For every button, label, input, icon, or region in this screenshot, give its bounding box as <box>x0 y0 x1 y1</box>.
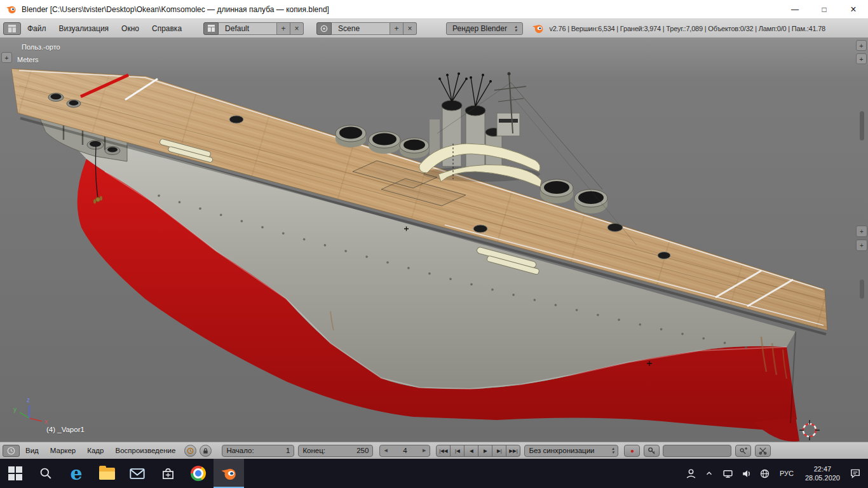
insert-keyframe-button[interactable] <box>735 445 751 457</box>
notification-icon <box>850 468 861 479</box>
jump-to-start-button[interactable]: |◀◀ <box>436 445 451 457</box>
keying-set-button[interactable] <box>644 445 660 457</box>
next-keyframe-button[interactable]: ▶| <box>492 445 506 457</box>
volume-icon[interactable] <box>738 459 754 488</box>
file-explorer-button[interactable] <box>92 459 122 488</box>
start-button[interactable] <box>0 459 31 488</box>
blender-taskbar-icon <box>220 465 237 482</box>
start-value: 1 <box>286 447 290 454</box>
store-app-button[interactable] <box>153 459 183 488</box>
viewport-scrollbar[interactable] <box>860 111 864 140</box>
date-label: 28.05.2020 <box>805 473 840 482</box>
mail-app-button[interactable] <box>122 459 153 488</box>
current-frame-field[interactable]: ◀ 4 ▶ <box>379 445 430 457</box>
ethernet-icon <box>722 468 733 479</box>
properties-expand-tab2[interactable]: + <box>856 53 867 64</box>
key-icon <box>648 447 656 455</box>
layout-delete-button[interactable]: × <box>290 22 304 35</box>
window-title: Blender [C:\Users\tvister\Desktop\Okean\… <box>22 5 780 14</box>
side-panel-button1[interactable]: + <box>856 226 867 237</box>
ship-model-render: x y z <box>0 38 855 442</box>
jump-to-end-button[interactable]: ▶▶| <box>506 445 520 457</box>
end-label: Конец: <box>302 447 325 454</box>
search-button[interactable] <box>31 459 61 488</box>
auto-keyframe-record-button[interactable]: ● <box>624 445 640 457</box>
lock-time-toggle[interactable] <box>200 445 212 457</box>
timeline-editor-type-dropdown[interactable] <box>3 445 20 457</box>
timeline-menu-frame[interactable]: Кадр <box>81 447 109 454</box>
menu-help[interactable]: Справка <box>146 24 188 33</box>
active-keying-set-field[interactable] <box>663 445 731 457</box>
svg-text:x: x <box>44 418 48 425</box>
svg-text:y: y <box>13 406 17 413</box>
play-button[interactable]: ▶ <box>478 445 492 457</box>
end-value: 250 <box>356 447 369 454</box>
system-tray: РУС 22:47 28.05.2020 <box>682 459 868 488</box>
maximize-button[interactable]: □ <box>810 0 839 18</box>
editor-type-dropdown[interactable] <box>3 22 21 35</box>
clock-icon <box>7 447 15 455</box>
layout-icon <box>208 25 215 32</box>
store-bag-icon <box>161 467 175 480</box>
render-engine-dropdown[interactable]: Рендер Blender ▴▾ <box>446 22 523 35</box>
chrome-app-button[interactable] <box>183 459 214 488</box>
layout-add-button[interactable]: + <box>277 22 290 35</box>
svg-text:z: z <box>27 396 30 403</box>
current-frame-value: 4 <box>403 447 407 454</box>
menu-render[interactable]: Визуализация <box>53 24 116 33</box>
menu-file[interactable]: Файл <box>21 24 53 33</box>
viewport-3d[interactable]: x y z Польз.-орто Meters (4) _Vapor1 + +… <box>0 38 868 442</box>
timeline-bar: Вид Маркер Кадр Воспроизведение Начало: … <box>0 442 868 459</box>
step-right-icon[interactable]: ▶ <box>423 448 426 453</box>
active-object-label: (4) _Vapor1 <box>46 426 85 433</box>
properties-expand-tab[interactable]: + <box>856 40 867 51</box>
edge-app-button[interactable]: e <box>61 459 92 488</box>
close-button[interactable]: × <box>839 0 868 18</box>
network-status-icon[interactable] <box>720 459 736 488</box>
windows-taskbar: e <box>0 459 868 488</box>
scene-delete-button[interactable]: × <box>403 22 417 35</box>
scene-name-field[interactable]: Scene <box>332 22 390 35</box>
chrome-icon <box>191 466 206 481</box>
blender-window: Blender [C:\Users\tvister\Desktop\Okean\… <box>0 0 868 488</box>
edge-icon: e <box>70 465 82 482</box>
scene-add-button[interactable]: + <box>390 22 403 35</box>
editor-type-icon <box>8 25 16 32</box>
frame-start-field[interactable]: Начало: 1 <box>222 445 294 457</box>
clock-widget[interactable]: 22:47 28.05.2020 <box>805 464 840 482</box>
show-hidden-icons-button[interactable] <box>702 459 717 488</box>
delete-keyframe-button[interactable] <box>755 445 771 457</box>
viewport-scrollbar2[interactable] <box>860 280 864 299</box>
layout-browse-button[interactable] <box>203 22 219 35</box>
menu-window[interactable]: Окно <box>115 24 146 33</box>
key-plus-icon <box>739 447 747 455</box>
blender-app-button[interactable] <box>214 459 244 488</box>
previous-keyframe-button[interactable]: |◀ <box>450 445 465 457</box>
blender-logo-icon <box>6 4 17 15</box>
play-reverse-button[interactable]: ◀ <box>464 445 478 457</box>
dropdown-arrows-icon: ▴▾ <box>612 447 614 454</box>
minimize-button[interactable]: — <box>780 0 810 18</box>
layout-name-field[interactable]: Default <box>219 22 277 35</box>
info-header: Файл Визуализация Окно Справка Default +… <box>0 19 868 38</box>
internet-access-icon[interactable] <box>757 459 773 488</box>
window-titlebar: Blender [C:\Users\tvister\Desktop\Okean\… <box>0 0 868 19</box>
action-center-button[interactable] <box>847 459 863 488</box>
timeline-menu-playback[interactable]: Воспроизведение <box>109 447 181 454</box>
sync-mode-dropdown[interactable]: Без синхронизации ▴▾ <box>524 445 618 457</box>
render-engine-value: Рендер Blender <box>452 24 507 33</box>
toolshelf-expand-tab[interactable]: + <box>1 52 12 63</box>
timeline-menu-view[interactable]: Вид <box>20 447 44 454</box>
language-indicator[interactable]: РУС <box>780 470 794 477</box>
frame-end-field[interactable]: Конец: 250 <box>298 445 373 457</box>
grid-unit-label: Meters <box>17 56 39 64</box>
side-panel-button2[interactable]: + <box>856 240 867 251</box>
timeline-menu-marker[interactable]: Маркер <box>44 447 81 454</box>
user-accounts-icon[interactable] <box>683 459 699 488</box>
axis-gizmo: x y z <box>13 396 48 425</box>
step-left-icon[interactable]: ◀ <box>384 448 387 453</box>
dropdown-arrows-icon: ▴▾ <box>515 25 517 32</box>
preview-range-toggle[interactable] <box>184 445 196 457</box>
scene-browse-button[interactable] <box>316 22 332 35</box>
scene-statistics: v2.76 | Вершин:6,534 | Граней:3,974 | Тр… <box>549 25 868 32</box>
